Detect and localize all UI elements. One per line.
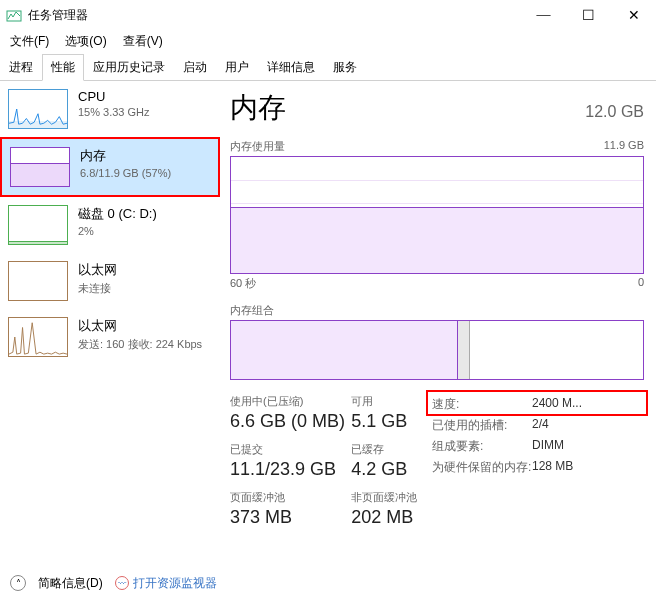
window-controls: — ☐ ✕ (521, 0, 656, 30)
app-icon (6, 8, 22, 22)
page-title: 内存 (230, 89, 286, 127)
tab-users[interactable]: 用户 (216, 54, 258, 81)
sidebar-eth2-detail: 发送: 160 接收: 224 Kbps (78, 337, 202, 352)
nonpaged-label: 非页面缓冲池 (351, 490, 432, 505)
sidebar-cpu-detail: 15% 3.33 GHz (78, 106, 150, 118)
usage-chart-label: 内存使用量 (230, 139, 285, 154)
composition-chart-label: 内存组合 (230, 303, 274, 318)
slots-value: 2/4 (532, 417, 549, 434)
window-title: 任务管理器 (28, 7, 88, 24)
paged-value: 373 MB (230, 507, 351, 528)
menu-file[interactable]: 文件(F) (4, 31, 55, 52)
memory-stats-left: 使用中(已压缩) 6.6 GB (0 MB) 可用 5.1 GB 已提交 11.… (230, 394, 432, 538)
memory-total: 12.0 GB (585, 103, 644, 121)
in-use-value: 6.6 GB (0 MB) (230, 411, 351, 432)
available-value: 5.1 GB (351, 411, 432, 432)
memory-usage-chart[interactable] (230, 156, 644, 274)
form-label: 组成要素: (432, 438, 532, 455)
menu-bar: 文件(F) 选项(O) 查看(V) (0, 30, 656, 52)
menu-view[interactable]: 查看(V) (117, 31, 169, 52)
resource-monitor-label: 打开资源监视器 (133, 575, 217, 592)
sidebar-item-memory[interactable]: 内存 6.8/11.9 GB (57%) (2, 139, 218, 195)
performance-sidebar: CPU 15% 3.33 GHz 内存 6.8/11.9 GB (57%) 磁盘… (0, 81, 220, 570)
chevron-up-icon[interactable]: ˄ (10, 575, 26, 591)
tab-performance[interactable]: 性能 (42, 54, 84, 81)
sidebar-item-ethernet-1[interactable]: 以太网 未连接 (0, 253, 220, 309)
highlight-memory-sidebar: 内存 6.8/11.9 GB (57%) (0, 137, 220, 197)
title-bar: 任务管理器 — ☐ ✕ (0, 0, 656, 30)
main-panel: 内存 12.0 GB 内存使用量 11.9 GB 60 秒 0 内存组合 (220, 81, 656, 570)
tab-details[interactable]: 详细信息 (258, 54, 324, 81)
slots-label: 已使用的插槽: (432, 417, 532, 434)
chart-time-end: 0 (638, 276, 644, 291)
disk-thumb-chart (8, 205, 68, 245)
maximize-button[interactable]: ☐ (566, 0, 611, 30)
usage-chart-max: 11.9 GB (604, 139, 644, 154)
close-button[interactable]: ✕ (611, 0, 656, 30)
tab-startup[interactable]: 启动 (174, 54, 216, 81)
resource-monitor-link[interactable]: 〰 打开资源监视器 (115, 575, 217, 592)
sidebar-disk-name: 磁盘 0 (C: D:) (78, 205, 157, 223)
paged-label: 页面缓冲池 (230, 490, 351, 505)
available-label: 可用 (351, 394, 432, 409)
fewer-details-link[interactable]: 简略信息(D) (38, 575, 103, 592)
speed-value: 2400 M... (532, 396, 582, 413)
cached-label: 已缓存 (351, 442, 432, 457)
reserved-value: 128 MB (532, 459, 573, 476)
sidebar-cpu-name: CPU (78, 89, 150, 104)
footer-bar: ˄ 简略信息(D) 〰 打开资源监视器 (0, 567, 656, 599)
tab-bar: 进程 性能 应用历史记录 启动 用户 详细信息 服务 (0, 54, 656, 81)
sidebar-item-ethernet-2[interactable]: 以太网 发送: 160 接收: 224 Kbps (0, 309, 220, 365)
in-use-label: 使用中(已压缩) (230, 394, 351, 409)
chart-time-start: 60 秒 (230, 276, 256, 291)
memory-composition-chart[interactable] (230, 320, 644, 380)
sidebar-eth1-detail: 未连接 (78, 281, 117, 296)
resource-monitor-icon: 〰 (115, 576, 129, 590)
memory-details: 速度: 2400 M... 已使用的插槽: 2/4 组成要素: DIMM 为硬件… (432, 394, 644, 538)
sidebar-item-cpu[interactable]: CPU 15% 3.33 GHz (0, 81, 220, 137)
sidebar-item-disk[interactable]: 磁盘 0 (C: D:) 2% (0, 197, 220, 253)
committed-label: 已提交 (230, 442, 351, 457)
memory-thumb-chart (10, 147, 70, 187)
sidebar-memory-name: 内存 (80, 147, 171, 165)
minimize-button[interactable]: — (521, 0, 566, 30)
cpu-thumb-chart (8, 89, 68, 129)
sidebar-disk-detail: 2% (78, 225, 157, 237)
speed-label: 速度: (432, 396, 532, 413)
nonpaged-value: 202 MB (351, 507, 432, 528)
tab-processes[interactable]: 进程 (0, 54, 42, 81)
tab-services[interactable]: 服务 (324, 54, 366, 81)
ethernet2-thumb-chart (8, 317, 68, 357)
committed-value: 11.1/23.9 GB (230, 459, 351, 480)
menu-options[interactable]: 选项(O) (59, 31, 112, 52)
sidebar-eth1-name: 以太网 (78, 261, 117, 279)
form-value: DIMM (532, 438, 564, 455)
tab-app-history[interactable]: 应用历史记录 (84, 54, 174, 81)
reserved-label: 为硬件保留的内存: (432, 459, 532, 476)
sidebar-eth2-name: 以太网 (78, 317, 202, 335)
sidebar-memory-detail: 6.8/11.9 GB (57%) (80, 167, 171, 179)
ethernet1-thumb-chart (8, 261, 68, 301)
cached-value: 4.2 GB (351, 459, 432, 480)
